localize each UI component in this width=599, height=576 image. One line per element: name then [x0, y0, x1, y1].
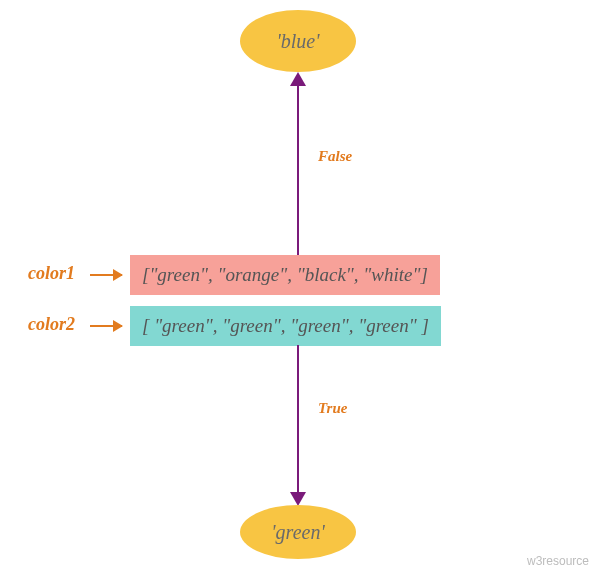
- arrow-up-head: [290, 72, 306, 86]
- edge-label-false: False: [318, 148, 352, 165]
- label-color2: color2: [28, 314, 75, 335]
- arrow-down-head: [290, 492, 306, 506]
- list-color2: [ "green", "green", "green", "green" ]: [130, 306, 441, 346]
- node-blue-text: 'blue': [277, 30, 320, 53]
- list-color1-text: ["green", "orange", "black", "white"]: [142, 264, 428, 285]
- node-blue: 'blue': [240, 10, 356, 72]
- arrow-up-line: [297, 85, 299, 255]
- watermark: w3resource: [527, 554, 589, 568]
- label-color1-arrow: [90, 274, 122, 276]
- edge-label-true: True: [318, 400, 347, 417]
- arrow-down-line: [297, 345, 299, 493]
- list-color1: ["green", "orange", "black", "white"]: [130, 255, 440, 295]
- diagram-canvas: 'blue' False color1 ["green", "orange", …: [0, 0, 599, 576]
- label-color1: color1: [28, 263, 75, 284]
- node-green-text: 'green': [271, 521, 324, 544]
- node-green: 'green': [240, 505, 356, 559]
- list-color2-text: [ "green", "green", "green", "green" ]: [142, 315, 429, 336]
- label-color2-arrow: [90, 325, 122, 327]
